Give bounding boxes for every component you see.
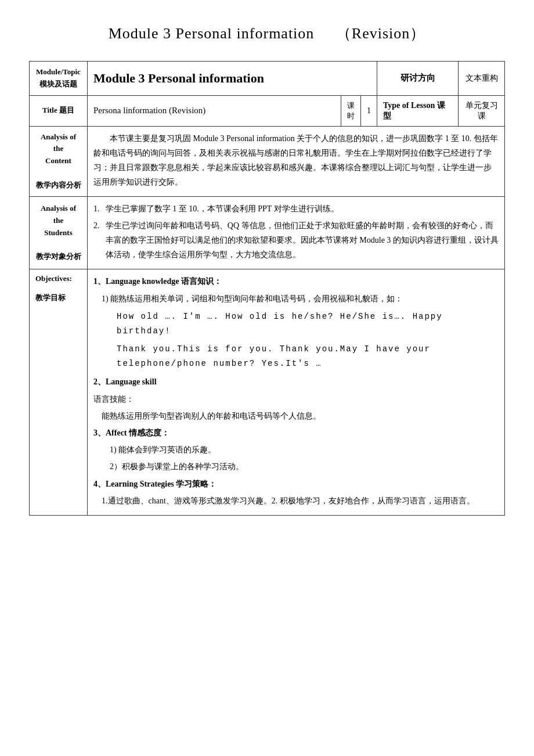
ke-shi-label: 课时	[347, 101, 355, 120]
students-content-body: 1. 学生已掌握了数字 1 至 10.，本节课会利用 PPT 对学生进行训练。 …	[93, 201, 499, 262]
label-line2: 模块及话题	[39, 80, 77, 88]
students-item-2: 2. 学生已学过询问年龄和电话号码、QQ 等信息，但他们正处于求知欲旺盛的年龄时…	[93, 218, 499, 262]
yantao-cell: 研讨方向	[377, 62, 459, 96]
students-label-1: Analysis of the	[41, 204, 76, 225]
num-cell: 1	[361, 95, 377, 126]
dan-yuan-cell: 单元复习课	[459, 95, 505, 126]
mono-line-2: Thank you.This is for you. Thank you.May…	[117, 342, 499, 371]
section2-title: 2、Language skill	[93, 375, 499, 389]
section1-title: 1、Language knowledge 语言知识：	[93, 274, 499, 289]
lesson-title-text: Persona linformation (Revision)	[93, 106, 205, 115]
students-analysis-content: 1. 学生已掌握了数字 1 至 10.，本节课会利用 PPT 对学生进行训练。 …	[88, 196, 505, 269]
ke-shi-cell: 课时	[341, 95, 361, 126]
dan-yuan-text: 单元复习课	[466, 101, 498, 120]
wenben-cell: 文本重构	[459, 62, 505, 96]
section3-item1: 1) 能体会到学习英语的乐趣。	[110, 442, 499, 457]
module-main-title: Module 3 Personal information	[93, 71, 264, 85]
type-lesson-cell: Type of Lesson 课型	[377, 95, 459, 126]
objectives-label-2: 教学目标	[35, 293, 66, 302]
content-analysis-body: 本节课主要是复习巩固 Module 3 Personal information…	[93, 134, 498, 187]
section2-content: 能熟练运用所学句型咨询别人的年龄和电话号码等个人信息。	[102, 409, 499, 423]
table-row-students-analysis: Analysis of the Students 教学对象分析 1. 学生已掌握…	[30, 196, 505, 269]
section2-sub: 语言技能：	[93, 392, 499, 406]
content-analysis-text: 本节课主要是复习巩固 Module 3 Personal information…	[88, 126, 505, 196]
content-label-2: Content	[45, 156, 71, 165]
main-table: Module/Topic 模块及话题 Module 3 Personal inf…	[29, 61, 505, 516]
objectives-label-1: Objectives:	[35, 274, 72, 283]
section3-item2: 2）积极参与课堂上的各种学习活动。	[110, 459, 499, 474]
lesson-num: 1	[367, 106, 371, 115]
title-main: Module 3 Personal information	[109, 25, 315, 42]
content-label-1: Analysis of the	[41, 132, 76, 153]
table-row-title: Title 题目 Persona linformation (Revision)…	[30, 95, 505, 126]
lesson-title-cell: Persona linformation (Revision)	[88, 95, 341, 126]
section1-sub: 1) 能熟练运用相关单词，词组和句型询问年龄和电话号码，会用祝福和礼貌语，如：	[102, 291, 499, 306]
page-title: Module 3 Personal information （Revision）	[29, 23, 505, 44]
title-sub: （Revision）	[336, 25, 425, 42]
students-label-2: Students	[44, 228, 72, 237]
section3-title: 3、Affect 情感态度：	[93, 426, 499, 440]
type-lesson-label: Type of Lesson 课型	[383, 101, 445, 120]
title-row-label: Title 题目	[42, 106, 74, 114]
table-row-content-analysis: Analysis of the Content 教学内容分析 本节课主要是复习巩…	[30, 126, 505, 196]
title-label: Title 题目	[30, 95, 88, 126]
module-topic-label: Module/Topic 模块及话题	[30, 62, 88, 96]
mono-line-1: How old …. I'm …. How old is he/she? He/…	[117, 309, 499, 339]
yantao-label: 研讨方向	[400, 73, 435, 82]
module-topic-main: Module 3 Personal information	[88, 62, 377, 96]
students-label-3: 教学对象分析	[36, 252, 81, 261]
objectives-label: Objectives: 教学目标	[30, 269, 88, 516]
students-item2-num: 2.	[93, 218, 103, 262]
section4-title: 4、Learning Strategies 学习策略：	[93, 477, 499, 491]
students-item1-text: 学生已掌握了数字 1 至 10.，本节课会利用 PPT 对学生进行训练。	[106, 201, 339, 216]
students-item-1: 1. 学生已掌握了数字 1 至 10.，本节课会利用 PPT 对学生进行训练。	[93, 201, 499, 216]
students-item1-num: 1.	[93, 201, 103, 216]
students-analysis-label: Analysis of the Students 教学对象分析	[30, 196, 88, 269]
objectives-body: 1、Language knowledge 语言知识： 1) 能熟练运用相关单词，…	[93, 274, 499, 508]
content-analysis-label: Analysis of the Content 教学内容分析	[30, 126, 88, 196]
content-label-3: 教学内容分析	[36, 181, 81, 189]
objectives-content: 1、Language knowledge 语言知识： 1) 能熟练运用相关单词，…	[88, 269, 505, 516]
wenben-label: 文本重构	[466, 74, 498, 82]
table-row-module-topic: Module/Topic 模块及话题 Module 3 Personal inf…	[30, 62, 505, 96]
label-line1: Module/Topic	[36, 67, 81, 76]
section4-content: 1.通过歌曲、chant、游戏等形式激发学习兴趣。2. 积极地学习，友好地合作，…	[102, 494, 499, 508]
students-item2-text: 学生已学过询问年龄和电话号码、QQ 等信息，但他们正处于求知欲旺盛的年龄时期，会…	[106, 218, 499, 262]
table-row-objectives: Objectives: 教学目标 1、Language knowledge 语言…	[30, 269, 505, 516]
